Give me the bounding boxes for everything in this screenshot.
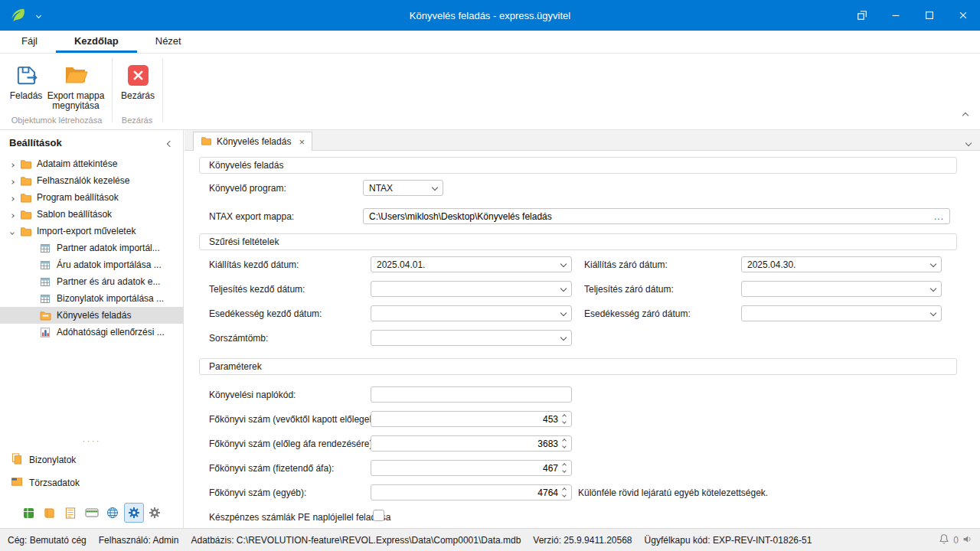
combo-value: 2025.04.30. xyxy=(747,259,795,270)
naplokod-field[interactable] xyxy=(371,386,572,403)
app-logo-leaf-icon xyxy=(9,7,26,24)
folder-icon xyxy=(20,193,34,203)
spin-down-icon[interactable] xyxy=(562,468,567,473)
esedekesseg-zaro-label: Esedékesség záró dátum: xyxy=(584,308,691,319)
kiallitas-zaro-label: Kiállítás záró dátum: xyxy=(584,259,668,270)
tab-nezet[interactable]: Nézet xyxy=(137,31,200,53)
gear-icon[interactable] xyxy=(145,503,165,523)
bank-card-icon[interactable] xyxy=(82,503,102,523)
fokonyvi-fizetendo-input[interactable] xyxy=(377,463,561,474)
ribbon-collapse-button[interactable] xyxy=(963,109,968,120)
tree-item-aru-import[interactable]: Áru adatok importálása ... xyxy=(0,256,183,273)
tab-list-chevron-icon[interactable] xyxy=(966,137,971,148)
maximize-icon[interactable] xyxy=(913,0,946,31)
window-controls xyxy=(845,0,980,31)
fokonyvi-eloleg-input[interactable] xyxy=(377,414,561,425)
teljesites-kezdo-combo[interactable] xyxy=(371,281,572,297)
document-tab-konyveles-feladas[interactable]: Könyvelés feladás × xyxy=(193,132,312,151)
sidebar-collapse-button[interactable] xyxy=(168,137,172,148)
bezaras-button[interactable]: Bezárás xyxy=(116,58,159,121)
nav-bizonylatok[interactable]: Bizonylatok xyxy=(0,450,183,470)
speaker-icon[interactable] xyxy=(962,534,972,546)
esedekesseg-kezdo-combo[interactable] xyxy=(371,305,572,321)
feladas-button[interactable]: Feladás xyxy=(6,58,46,121)
invoice-list-icon[interactable] xyxy=(60,503,80,523)
chevron-down-icon[interactable] xyxy=(930,260,936,266)
sidebar-header: Beállítások xyxy=(0,130,183,155)
tree-item-sablon-beallitasok[interactable]: Sablon beállítások xyxy=(0,206,183,223)
fokonyvi-afa-rendezes-spinner[interactable] xyxy=(371,435,572,452)
popout-icon[interactable] xyxy=(845,0,879,31)
chevron-down-icon[interactable] xyxy=(432,184,438,190)
naplokod-label: Könyvelési naplókód: xyxy=(209,390,296,400)
globe-icon[interactable] xyxy=(103,503,122,523)
titlebar: Könyvelés feladás - express.ügyvitel xyxy=(0,0,980,31)
settings-tree: Adataim áttekintése Felhasználók kezelés… xyxy=(0,155,183,341)
spin-up-icon[interactable] xyxy=(562,487,567,492)
chevron-down-icon[interactable] xyxy=(560,260,567,266)
tree-item-felhasznalok[interactable]: Felhasználók kezelése xyxy=(0,172,183,189)
export-mappa-input[interactable] xyxy=(369,211,929,222)
teljesites-zaro-combo[interactable] xyxy=(741,281,942,297)
fokonyvi-fizetendo-spinner[interactable] xyxy=(371,460,572,476)
chevron-right-icon[interactable] xyxy=(11,175,20,186)
tree-item-partner-aru-export[interactable]: Partner és áru adatok e... xyxy=(0,273,183,290)
document-tab-label: Könyvelés feladás xyxy=(217,136,291,147)
chevron-down-icon[interactable] xyxy=(930,285,936,291)
splitter-grip[interactable] xyxy=(0,436,183,445)
settings-gear-icon-active[interactable] xyxy=(124,503,144,523)
bell-icon[interactable] xyxy=(939,533,949,546)
chevron-down-icon[interactable] xyxy=(560,309,567,315)
fokonyvi-egyeb-spinner[interactable] xyxy=(371,484,572,500)
tab-fajl[interactable]: Fájl xyxy=(3,31,56,53)
esedekesseg-zaro-combo[interactable] xyxy=(741,305,942,321)
tab-close-icon[interactable]: × xyxy=(299,136,305,148)
tab-kezdolap[interactable]: Kezdőlap xyxy=(56,31,137,53)
chevron-down-icon[interactable] xyxy=(560,285,567,291)
tree-item-partner-import[interactable]: Partner adatok importál... xyxy=(0,240,183,256)
chevron-down-icon[interactable] xyxy=(930,309,936,315)
close-x-icon xyxy=(127,61,149,89)
close-icon[interactable] xyxy=(946,0,980,31)
quick-access-caret-icon[interactable] xyxy=(37,9,41,20)
spin-up-icon[interactable] xyxy=(562,463,567,468)
tree-item-bizonylat-import[interactable]: Bizonylatok importálása ... xyxy=(0,290,183,307)
pe-naplo-checkbox[interactable] xyxy=(373,510,384,521)
nav-torzsadatok[interactable]: Törzsadatok xyxy=(0,473,183,493)
chevron-down-icon[interactable] xyxy=(11,226,20,236)
tree-item-program-beallitasok[interactable]: Program beállítások xyxy=(0,189,183,206)
kiallitas-zaro-combo[interactable]: 2025.04.30. xyxy=(741,256,942,272)
spin-up-icon[interactable] xyxy=(562,414,567,419)
browse-button[interactable]: ... xyxy=(929,211,944,222)
orange-book-icon[interactable] xyxy=(40,503,60,523)
open-folder-icon xyxy=(64,61,88,89)
spin-down-icon[interactable] xyxy=(562,444,567,448)
chevron-right-icon[interactable] xyxy=(11,192,20,203)
tree-item-adohatosagi[interactable]: Adóhatósági ellenőrzési ... xyxy=(0,324,183,341)
naplokod-input[interactable] xyxy=(377,390,566,400)
spin-up-icon[interactable] xyxy=(562,439,567,443)
kiallitas-kezdo-combo[interactable]: 2025.04.01. xyxy=(371,256,572,272)
fokonyvi-egyeb-input[interactable] xyxy=(377,487,561,498)
green-table-icon[interactable] xyxy=(18,503,38,523)
spin-down-icon[interactable] xyxy=(562,493,567,497)
ribbon-separator xyxy=(162,58,163,122)
spin-down-icon[interactable] xyxy=(562,419,567,424)
tree-item-adataim[interactable]: Adataim áttekintése xyxy=(0,155,183,172)
export-mappa-button[interactable]: Export mappa megnyitása xyxy=(46,58,106,121)
tree-item-import-export[interactable]: Import-export műveletek xyxy=(0,223,183,240)
table-icon xyxy=(40,260,54,270)
fokonyvi-afa-rendezes-input[interactable] xyxy=(377,439,561,449)
chevron-right-icon[interactable] xyxy=(11,158,20,169)
sorszamtomb-combo[interactable] xyxy=(371,330,572,346)
program-combo[interactable]: NTAX xyxy=(363,180,443,196)
tree-item-konyveles-feladas[interactable]: Könyvelés feladás xyxy=(0,307,183,324)
tree-item-label: Import-export műveletek xyxy=(37,226,136,236)
minimize-icon[interactable] xyxy=(879,0,913,31)
fokonyvi-eloleg-spinner[interactable] xyxy=(371,411,572,427)
chevron-down-icon[interactable] xyxy=(560,334,567,340)
folder-icon xyxy=(20,159,34,169)
chevron-right-icon[interactable] xyxy=(11,209,20,220)
export-mappa-field[interactable]: ... xyxy=(363,208,950,224)
fokonyvi-afa-rendezes-label: Főkönyvi szám (előleg áfa rendezésére): xyxy=(209,439,375,449)
